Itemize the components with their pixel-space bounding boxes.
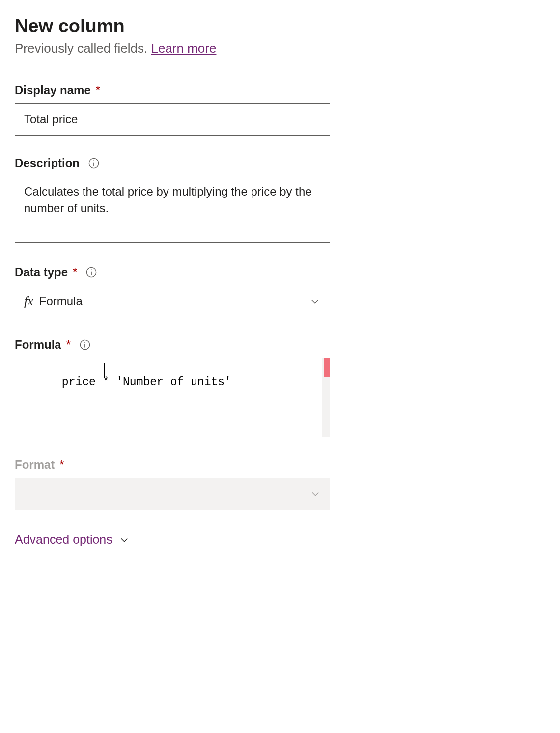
scrollbar-thumb[interactable] [324, 358, 330, 377]
formula-content: price * 'Number of units' [15, 358, 322, 437]
required-indicator: * [59, 458, 64, 472]
display-name-label-text: Display name [15, 84, 91, 97]
page-title: New column [15, 16, 545, 37]
required-indicator: * [96, 84, 100, 97]
required-indicator: * [73, 265, 77, 279]
format-label-text: Format [15, 458, 55, 472]
formula-text: price * 'Number of units' [62, 376, 231, 389]
data-type-value-wrap: fx Formula [24, 294, 83, 309]
advanced-options-toggle[interactable]: Advanced options [15, 533, 130, 547]
svg-point-7 [84, 342, 85, 343]
data-type-select[interactable]: fx Formula [15, 285, 330, 317]
formula-scrollbar[interactable] [322, 358, 330, 437]
format-label: Format * [15, 458, 545, 472]
description-label-text: Description [15, 156, 80, 170]
description-input[interactable]: Calculates the total price by multiplyin… [15, 176, 330, 243]
formula-field-group: Formula * price * 'Number of units' [15, 338, 545, 437]
info-icon[interactable] [88, 158, 99, 169]
svg-point-4 [91, 269, 92, 270]
info-icon[interactable] [80, 339, 90, 350]
advanced-options-label: Advanced options [15, 533, 112, 547]
chevron-down-icon [309, 295, 321, 307]
required-indicator: * [66, 338, 71, 352]
chevron-down-icon [309, 488, 321, 500]
format-field-group: Format * [15, 458, 545, 510]
description-field-group: Description Calculates the total price b… [15, 156, 545, 245]
formula-label-text: Formula [15, 338, 61, 352]
data-type-field-group: Data type * fx Formula [15, 265, 545, 317]
subtitle-text: Previously called fields. [15, 41, 151, 56]
display-name-field-group: Display name * [15, 84, 545, 136]
display-name-input[interactable] [15, 103, 330, 136]
data-type-value: Formula [39, 294, 83, 308]
data-type-label: Data type * [15, 265, 545, 279]
formula-editor[interactable]: price * 'Number of units' [15, 358, 330, 437]
description-label: Description [15, 156, 545, 170]
data-type-label-text: Data type [15, 265, 68, 279]
learn-more-link[interactable]: Learn more [151, 41, 216, 56]
chevron-down-icon [118, 534, 130, 546]
text-cursor [104, 363, 105, 378]
formula-label: Formula * [15, 338, 545, 352]
page-subtitle: Previously called fields. Learn more [15, 41, 545, 56]
format-select [15, 478, 330, 510]
formula-fx-icon: fx [24, 294, 33, 309]
info-icon[interactable] [86, 267, 97, 278]
display-name-label: Display name * [15, 84, 545, 97]
svg-point-1 [93, 160, 94, 161]
